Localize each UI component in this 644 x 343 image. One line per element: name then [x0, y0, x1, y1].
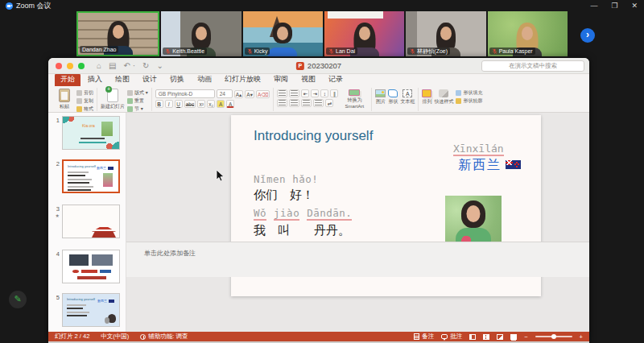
shape-outline-button[interactable]: 形状轮廓	[456, 97, 482, 105]
paste-icon	[59, 89, 70, 102]
section-button[interactable]: 节 ▾	[127, 105, 148, 113]
normal-view-button[interactable]	[469, 334, 476, 340]
mac-close-button[interactable]	[56, 63, 62, 69]
align-left-button[interactable]	[277, 99, 287, 107]
shape-fill-button[interactable]: 形状填充	[456, 89, 482, 97]
save-icon[interactable]: ▤	[109, 58, 116, 74]
close-icon[interactable]: ✕	[631, 2, 638, 10]
shapes-button[interactable]: 形状	[388, 88, 398, 105]
thumbnail-slide-5[interactable]: 5 Introducing yourself 新西兰	[48, 293, 126, 327]
cut-button[interactable]: 剪切	[76, 89, 93, 97]
reset-button[interactable]: 重置	[127, 97, 148, 105]
maximize-icon[interactable]: ❐	[611, 2, 617, 10]
justify-button[interactable]	[313, 99, 324, 107]
bullets-button[interactable]	[277, 89, 287, 97]
tab-review[interactable]: 审阅	[268, 73, 294, 86]
video-tile-paula[interactable]: Paula Kasper	[488, 11, 568, 56]
bold-button[interactable]: B	[155, 100, 163, 108]
tab-animations[interactable]: 动画	[192, 73, 217, 86]
font-color-button[interactable]: A	[226, 100, 234, 108]
picture-button[interactable]: 图片	[375, 88, 386, 105]
reading-view-button[interactable]	[497, 334, 503, 340]
thumbnail-slide-3[interactable]: 3 ★	[48, 205, 126, 238]
paste-button[interactable]: 粘贴	[55, 88, 74, 110]
qat-more-icon[interactable]: ⌄	[156, 58, 163, 74]
tab-draw[interactable]: 绘图	[109, 73, 135, 86]
home-icon[interactable]: ⌂	[97, 58, 101, 74]
zoom-slider[interactable]	[535, 336, 572, 337]
slideshow-view-button[interactable]	[510, 334, 517, 340]
annotation-pencil-button[interactable]: ✎	[9, 291, 27, 308]
video-tile-dandan[interactable]: Dandan Zhao	[76, 11, 159, 56]
textbox-button[interactable]: A 文本框	[400, 88, 415, 105]
align-center-button[interactable]	[289, 99, 299, 107]
tab-design[interactable]: 设计	[137, 73, 163, 86]
align-right-button[interactable]	[301, 99, 312, 107]
underline-button[interactable]: U	[175, 100, 183, 108]
tab-insert[interactable]: 插入	[82, 73, 108, 86]
minimize-icon[interactable]: —	[590, 2, 597, 10]
accessibility-check[interactable]: 辅助功能: 调查	[140, 333, 188, 341]
copy-button[interactable]: 复制	[76, 97, 93, 105]
thumbnail-slide-4[interactable]: 4	[48, 250, 126, 283]
numbering-button[interactable]	[289, 89, 299, 97]
highlight-color-button[interactable]: A	[217, 100, 225, 108]
tab-record[interactable]: 记录	[323, 73, 349, 86]
outdent-button[interactable]: ⇤	[301, 89, 309, 97]
next-videos-page-button[interactable]: ›	[580, 28, 595, 43]
slide-title[interactable]: Introducing yourself	[254, 128, 373, 144]
thumbnail-slide-2-selected[interactable]: 2 Introducing yourself 新西兰	[48, 159, 126, 193]
new-zealand-flag-icon	[506, 160, 521, 169]
clear-formatting-button[interactable]: A⌫	[256, 90, 270, 98]
subscript-button[interactable]: x₂	[207, 100, 215, 108]
undo-icon[interactable]: ↶ ·	[124, 58, 136, 74]
font-name-select[interactable]: GB Pinyinok-D	[155, 89, 215, 98]
mac-zoom-button[interactable]	[78, 63, 85, 69]
text-direction-button[interactable]: ⇄	[325, 99, 333, 107]
line-spacing-button[interactable]: ↕	[320, 89, 328, 97]
tab-transitions[interactable]: 切换	[164, 73, 190, 86]
video-tile-lan[interactable]: Lan Dai	[324, 11, 404, 56]
video-tile-kicky[interactable]: Kicky	[243, 11, 323, 56]
arrange-group: 排列 快速样式 形状填充 形状轮廓	[419, 88, 485, 111]
arrange-button[interactable]: 排列	[422, 88, 431, 105]
convert-smartart-button[interactable]: 转换为SmartArt	[341, 88, 368, 109]
notes-pane[interactable]: 单击此处添加备注	[126, 242, 589, 277]
quick-styles-icon	[439, 89, 448, 97]
new-slide-button[interactable]: 新建幻灯片	[101, 88, 125, 110]
font-size-select[interactable]: 24	[217, 89, 233, 98]
mac-minimize-button[interactable]	[67, 63, 73, 69]
font-group: GB Pinyinok-D 24 A▴ A▾ A⌫ B I U abc x² x…	[152, 88, 275, 111]
columns-button[interactable]: ∥	[330, 89, 338, 97]
shrink-font-button[interactable]: A▾	[245, 90, 254, 98]
tab-view[interactable]: 视图	[295, 73, 321, 86]
country-pinyin: Xīnxīlán	[453, 143, 504, 156]
italic-button[interactable]: I	[165, 100, 173, 108]
slide-sorter-view-button[interactable]	[483, 334, 489, 340]
notes-toggle-button[interactable]: 备注	[414, 333, 434, 341]
language-indicator[interactable]: 中文(中国)	[101, 333, 129, 341]
thumb5-caption: Introducing yourself	[67, 297, 95, 301]
indent-button[interactable]: ⇥	[311, 89, 319, 97]
slide-editor-canvas[interactable]: Introducing yourself Nǐmen hǎo! 你们 好！ Wǒ…	[126, 113, 589, 332]
layout-button[interactable]: 版式 ▾	[127, 89, 148, 97]
format-painter-button[interactable]: 格式	[76, 105, 93, 113]
grow-font-button[interactable]: A▴	[234, 90, 244, 98]
zoom-out-button[interactable]: −	[524, 333, 527, 341]
country-hanzi: 新西兰	[458, 157, 502, 174]
quick-styles-button[interactable]: 快速样式	[434, 88, 453, 105]
tab-home[interactable]: 开始	[55, 73, 80, 86]
superscript-button[interactable]: x²	[197, 100, 205, 108]
zoom-in-button[interactable]: +	[580, 333, 583, 341]
animation-star-icon: ★	[48, 213, 60, 218]
picture-icon	[375, 89, 386, 97]
comments-toggle-button[interactable]: 批注	[441, 333, 462, 341]
video-tile-zoe[interactable]: 林静怡(Zoe)	[406, 11, 485, 56]
search-input[interactable]: 在演示文稿中搜索	[481, 60, 584, 72]
thumbnail-slide-1[interactable]: 1 Kia ora	[48, 116, 126, 150]
strikethrough-button[interactable]: abc	[184, 100, 196, 108]
shapes-icon	[388, 89, 398, 97]
redo-icon[interactable]: ↻	[142, 58, 149, 74]
video-tile-keith[interactable]: Keith.Beattie	[161, 11, 241, 56]
tab-slideshow[interactable]: 幻灯片放映	[219, 73, 266, 86]
